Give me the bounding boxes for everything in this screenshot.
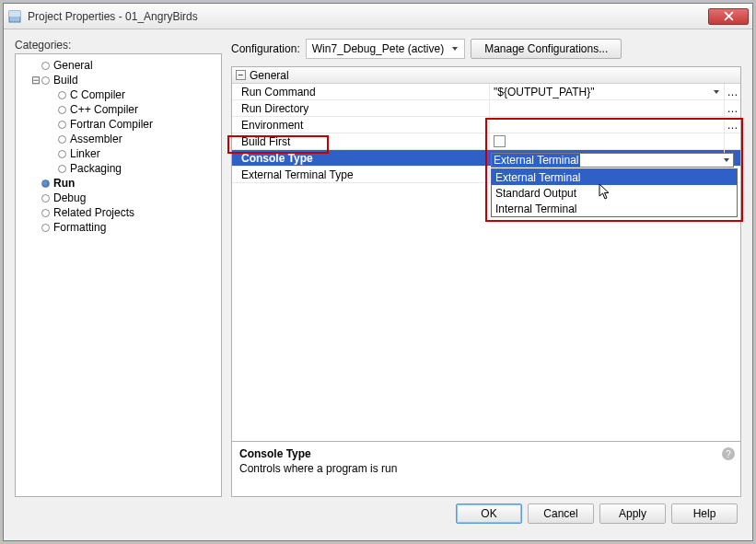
apply-button[interactable]: Apply: [599, 503, 666, 524]
dialog-body: Categories: General⊟BuildC CompilerC++ C…: [4, 29, 752, 540]
bullet-icon: [41, 76, 50, 85]
app-icon: [7, 9, 22, 24]
checkbox[interactable]: [494, 135, 506, 147]
property-key: Run Command: [232, 84, 490, 99]
tree-item-label: C++ Compiler: [70, 103, 138, 116]
tree-item[interactable]: Run: [17, 176, 219, 191]
help-icon[interactable]: ?: [722, 447, 735, 460]
dialog-buttons: OK Cancel Apply Help: [15, 497, 741, 530]
help-button[interactable]: Help: [671, 503, 738, 524]
categories-pane: Categories: General⊟BuildC CompilerC++ C…: [15, 39, 222, 497]
tree-item[interactable]: Debug: [17, 191, 219, 205]
property-value-cell[interactable]: [490, 133, 724, 149]
tree-item[interactable]: Linker: [17, 146, 219, 161]
ellipsis-button[interactable]: …: [724, 100, 740, 116]
dropdown-option[interactable]: External Terminal: [492, 169, 737, 185]
tree-item[interactable]: General: [17, 58, 219, 73]
description-panel: ? Console Type Controls where a program …: [231, 442, 741, 497]
configuration-row: Configuration: Win7_Debug_Pete (active) …: [231, 39, 741, 59]
bullet-icon: [58, 135, 66, 144]
configuration-combo[interactable]: Win7_Debug_Pete (active): [306, 39, 465, 59]
tree-item-label: General: [53, 59, 93, 72]
cancel-button[interactable]: Cancel: [528, 503, 594, 524]
tree-item-label: Fortran Compiler: [70, 118, 153, 131]
tree-item-label: Debug: [53, 191, 86, 204]
tree-item-label: Packaging: [70, 162, 122, 175]
bullet-icon: [58, 91, 66, 99]
bullet-icon: [58, 165, 66, 173]
cancel-label: Cancel: [543, 507, 577, 520]
tree-item-label: Linker: [70, 147, 100, 160]
bullet-icon: [58, 150, 66, 158]
tree-item-label: Run: [53, 177, 75, 190]
description-text: Controls where a program is run: [239, 462, 733, 475]
property-value: "${OUTPUT_PATH}": [494, 86, 594, 98]
ok-label: OK: [481, 507, 496, 520]
tree-item-label: Formatting: [53, 221, 106, 234]
group-header-general[interactable]: − General: [232, 67, 740, 84]
titlebar[interactable]: Project Properties - 01_AngryBirds: [4, 4, 752, 29]
manage-configurations-label: Manage Configurations...: [484, 42, 608, 55]
ok-button[interactable]: OK: [456, 503, 522, 524]
tree-item[interactable]: Related Projects: [17, 205, 219, 220]
dropdown-option[interactable]: Standard Output: [492, 185, 737, 201]
console-type-dropdown[interactable]: External TerminalStandard OutputInternal…: [491, 168, 738, 217]
bullet-icon: [41, 62, 50, 70]
property-key: External Terminal Type: [232, 167, 490, 182]
tree-item[interactable]: Packaging: [17, 161, 219, 176]
dialog-window: Project Properties - 01_AngryBirds Categ…: [3, 3, 753, 541]
property-key: Run Directory: [232, 100, 490, 116]
property-row[interactable]: Run Command"${OUTPUT_PATH}"…: [232, 84, 740, 100]
configuration-selected: Win7_Debug_Pete (active): [312, 42, 444, 55]
property-value-cell[interactable]: "${OUTPUT_PATH}": [490, 84, 724, 99]
tree-item-label: Assembler: [70, 133, 122, 145]
description-title: Console Type: [239, 447, 733, 460]
property-row[interactable]: Build First: [232, 133, 740, 150]
tree-item-label: C Compiler: [70, 88, 125, 101]
chevron-down-icon[interactable]: [723, 154, 730, 167]
property-value-cell[interactable]: [490, 117, 724, 133]
property-value-cell[interactable]: [490, 100, 724, 116]
collapse-icon[interactable]: −: [236, 70, 246, 80]
tree-toggle-icon[interactable]: ⊟: [30, 74, 41, 87]
bullet-icon: [41, 224, 50, 232]
property-key: Environment: [232, 117, 490, 133]
apply-label: Apply: [619, 507, 646, 520]
categories-label: Categories:: [15, 39, 222, 52]
tree-item[interactable]: C Compiler: [17, 87, 219, 102]
tree-item-label: Build: [53, 74, 78, 87]
tree-item[interactable]: C++ Compiler: [17, 102, 219, 117]
bullet-icon: [41, 209, 50, 217]
property-row[interactable]: Environment…: [232, 117, 740, 133]
help-label: Help: [693, 507, 716, 520]
tree-item[interactable]: Fortran Compiler: [17, 117, 219, 132]
manage-configurations-button[interactable]: Manage Configurations...: [471, 39, 622, 59]
chevron-down-icon: [451, 42, 459, 55]
properties-pane: Configuration: Win7_Debug_Pete (active) …: [231, 39, 741, 497]
dropdown-option[interactable]: Internal Terminal: [492, 201, 737, 216]
configuration-label: Configuration:: [231, 42, 300, 55]
property-row[interactable]: Run Directory…: [232, 100, 740, 117]
svg-rect-1: [9, 11, 20, 17]
bullet-icon: [58, 106, 66, 114]
tree-item[interactable]: Assembler: [17, 132, 219, 146]
property-key: Build First: [232, 133, 490, 149]
ellipsis-button[interactable]: …: [724, 84, 740, 99]
bullet-icon: [58, 121, 66, 129]
property-key: Console Type: [232, 150, 490, 166]
group-header-label: General: [250, 69, 289, 82]
chevron-down-icon[interactable]: [713, 86, 720, 98]
tree-item-label: Related Projects: [53, 206, 134, 219]
categories-tree[interactable]: General⊟BuildC CompilerC++ CompilerFortr…: [15, 53, 222, 497]
ellipsis-spacer: [724, 133, 740, 149]
bullet-icon: [41, 194, 50, 203]
console-type-editor-value: External Terminal: [492, 154, 580, 167]
tree-item[interactable]: Formatting: [17, 220, 219, 235]
tree-item[interactable]: ⊟Build: [17, 73, 219, 87]
property-grid: − General Run Command"${OUTPUT_PATH}"…Ru…: [231, 66, 741, 442]
ellipsis-button[interactable]: …: [724, 117, 740, 133]
bullet-icon: [41, 179, 50, 188]
window-title: Project Properties - 01_AngryBirds: [28, 10, 708, 23]
close-button[interactable]: [708, 8, 749, 25]
console-type-editor[interactable]: External Terminal: [491, 153, 734, 168]
